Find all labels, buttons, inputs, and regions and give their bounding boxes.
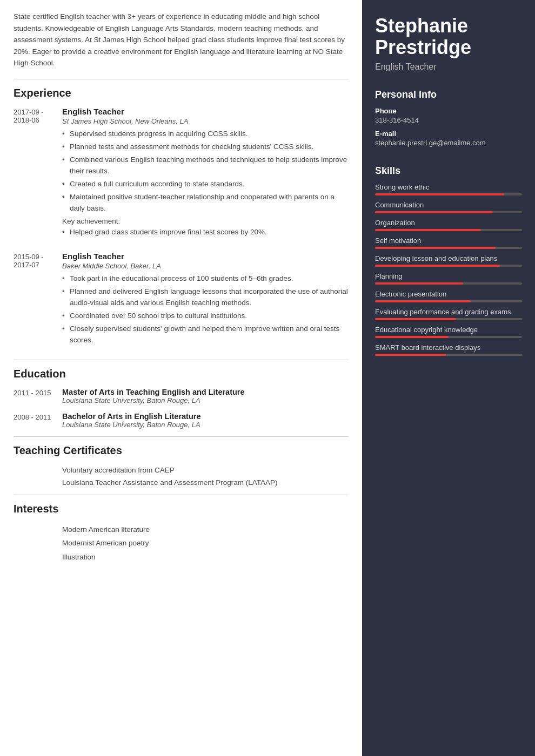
- skill-item: Self motivation: [375, 237, 522, 249]
- skill-bar-background: [375, 282, 522, 285]
- edu-content: Bachelor of Arts in English LiteratureLo…: [62, 412, 200, 429]
- skill-name: Communication: [375, 201, 522, 209]
- exp-bullet-item: Planned and delivered English language l…: [62, 286, 349, 309]
- edu-org: Louisiana State University, Baton Rouge,…: [62, 421, 200, 429]
- skill-bar-background: [375, 318, 522, 320]
- exp-dates: 2017-09 - 2018-06: [14, 107, 62, 240]
- skill-bar-fill: [375, 211, 493, 213]
- candidate-name: Stephanie Prestridge: [375, 15, 522, 58]
- section-experience-title: Experience: [14, 87, 349, 99]
- summary-text: State certified English teacher with 3+ …: [14, 11, 349, 69]
- skill-item: Organization: [375, 219, 522, 231]
- exp-bullet-item: Created a full curriculum according to s…: [62, 179, 349, 190]
- exp-title: English Teacher: [62, 252, 349, 261]
- key-achievement-item: Helped grad class students improve final…: [62, 227, 349, 238]
- candidate-subtitle: English Teacher: [375, 62, 522, 72]
- cert-item: Voluntary accreditation from CAEP: [62, 464, 349, 477]
- skill-bar-fill: [375, 265, 500, 267]
- skill-name: SMART board interactive displays: [375, 343, 522, 352]
- exp-bullet-item: Planned tests and assessment methods for…: [62, 141, 349, 153]
- skill-bar-background: [375, 247, 522, 249]
- skill-bar-background: [375, 336, 522, 338]
- email-label: E-mail: [375, 130, 522, 138]
- skill-item: Communication: [375, 201, 522, 213]
- email-value: stephanie.prestri.ge@emailme.com: [375, 139, 522, 147]
- section-education-title: Education: [14, 368, 349, 380]
- exp-bullets: Supervised students progress in acquirin…: [62, 129, 349, 214]
- edu-degree-title: Master of Arts in Teaching English and L…: [62, 388, 245, 396]
- education-item: 2011 - 2015Master of Arts in Teaching En…: [14, 388, 349, 404]
- skill-item: Electronic presentation: [375, 290, 522, 302]
- edu-degree-title: Bachelor of Arts in English Literature: [62, 412, 200, 421]
- exp-org: Baker Middle School, Baker, LA: [62, 262, 349, 270]
- certs-block: Voluntary accreditation from CAEPLouisia…: [62, 464, 349, 489]
- skill-bar-background: [375, 265, 522, 267]
- section-interests-title: Interests: [14, 503, 349, 515]
- skills-container: Strong work ethicCommunicationOrganizati…: [375, 183, 522, 356]
- skill-item: Planning: [375, 272, 522, 285]
- skill-bar-background: [375, 229, 522, 231]
- skill-bar-background: [375, 211, 522, 213]
- key-achievement-bullets: Helped grad class students improve final…: [62, 227, 349, 238]
- divider-education: [14, 360, 349, 360]
- skill-item: Developing lesson and education plans: [375, 254, 522, 267]
- left-panel: State certified English teacher with 3+ …: [0, 0, 362, 756]
- edu-dates: 2011 - 2015: [14, 388, 62, 404]
- skill-name: Evaluating performance and grading exams: [375, 308, 522, 316]
- interest-item: Illustration: [62, 550, 349, 564]
- skill-bar-fill: [375, 247, 496, 249]
- name-block: Stephanie Prestridge English Teacher: [362, 0, 535, 82]
- skills-title: Skills: [375, 165, 522, 177]
- skill-bar-fill: [375, 354, 446, 356]
- exp-bullets: Took part in the educational process of …: [62, 273, 349, 346]
- skill-item: Evaluating performance and grading exams: [375, 308, 522, 320]
- exp-bullet-item: Supervised students progress in acquirin…: [62, 129, 349, 140]
- exp-content: English TeacherSt James High School, New…: [62, 107, 349, 240]
- skill-item: SMART board interactive displays: [375, 343, 522, 356]
- skill-bar-fill: [375, 300, 471, 302]
- skill-name: Electronic presentation: [375, 290, 522, 298]
- exp-content: English TeacherBaker Middle School, Bake…: [62, 252, 349, 348]
- experience-item: 2017-09 - 2018-06English TeacherSt James…: [14, 107, 349, 240]
- exp-bullet-item: Coordinated over 50 school trips to cult…: [62, 310, 349, 322]
- exp-bullet-item: Maintained positive student-teacher rela…: [62, 192, 349, 214]
- skill-bar-fill: [375, 282, 463, 285]
- skill-name: Planning: [375, 272, 522, 280]
- interest-item: Modernist American poetry: [62, 536, 349, 550]
- skill-bar-fill: [375, 229, 481, 231]
- skill-name: Self motivation: [375, 237, 522, 245]
- exp-bullet-item: Closely supervised students' growth and …: [62, 323, 349, 346]
- exp-bullet-item: Combined various English teaching method…: [62, 154, 349, 177]
- skill-item: Strong work ethic: [375, 183, 522, 195]
- section-certs-title: Teaching Certificates: [14, 444, 349, 457]
- skill-name: Developing lesson and education plans: [375, 254, 522, 262]
- skill-item: Educational copyright knowledge: [375, 326, 522, 338]
- education-item: 2008 - 2011Bachelor of Arts in English L…: [14, 412, 349, 429]
- edu-content: Master of Arts in Teaching English and L…: [62, 388, 245, 404]
- skill-bar-background: [375, 354, 522, 356]
- edu-org: Louisiana State University, Baton Rouge,…: [62, 396, 245, 404]
- right-panel: Stephanie Prestridge English Teacher Per…: [362, 0, 535, 756]
- phone-value: 318-316-4514: [375, 116, 522, 124]
- exp-title: English Teacher: [62, 107, 349, 116]
- personal-info-section: Personal Info Phone 318-316-4514 E-mail …: [362, 82, 535, 158]
- phone-label: Phone: [375, 107, 522, 115]
- experience-container: 2017-09 - 2018-06English TeacherSt James…: [14, 107, 349, 348]
- skill-bar-background: [375, 300, 522, 302]
- education-container: 2011 - 2015Master of Arts in Teaching En…: [14, 388, 349, 429]
- exp-dates: 2015-09 - 2017-07: [14, 252, 62, 348]
- skill-name: Educational copyright knowledge: [375, 326, 522, 334]
- skill-bar-fill: [375, 336, 449, 338]
- skill-bar-fill: [375, 193, 504, 195]
- experience-item: 2015-09 - 2017-07English TeacherBaker Mi…: [14, 252, 349, 348]
- cert-item: Louisiana Teacher Assistance and Assessm…: [62, 477, 349, 489]
- skill-bar-fill: [375, 318, 456, 320]
- personal-info-title: Personal Info: [375, 89, 522, 100]
- key-achievement-label: Key achievement:: [62, 217, 349, 225]
- skill-bar-background: [375, 193, 522, 195]
- exp-bullet-item: Took part in the educational process of …: [62, 273, 349, 285]
- skills-section: Skills Strong work ethicCommunicationOrg…: [362, 158, 535, 367]
- exp-org: St James High School, New Orleans, LA: [62, 117, 349, 125]
- divider-experience: [14, 79, 349, 79]
- edu-dates: 2008 - 2011: [14, 412, 62, 429]
